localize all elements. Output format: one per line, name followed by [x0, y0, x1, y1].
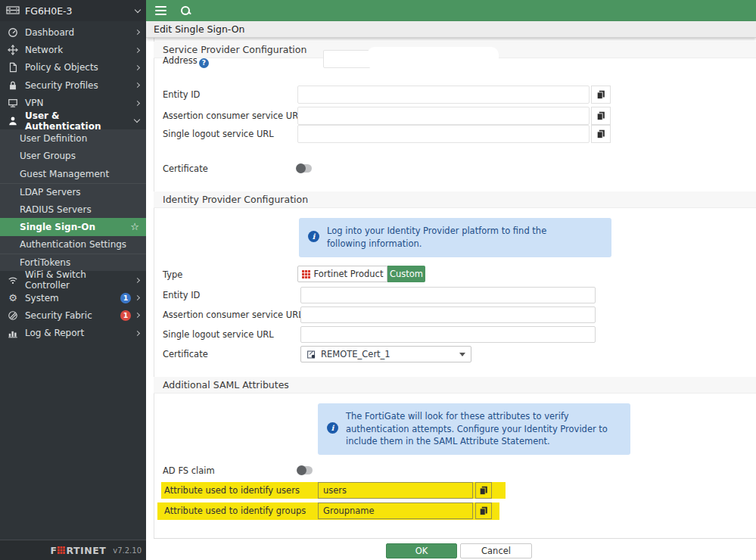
chevron-right-icon	[135, 278, 140, 283]
adfs-claim-label: AD FS claim	[163, 465, 215, 476]
sidebar-footer: F RTINET v7.2.10	[0, 540, 146, 560]
idp-info-text: Log into your Identity Provider platform…	[327, 225, 588, 250]
copy-icon	[596, 110, 606, 121]
chevron-right-icon	[135, 48, 140, 53]
copy-button[interactable]	[591, 86, 611, 104]
sidebar-item-user-groups[interactable]: User Groups	[0, 148, 146, 165]
copy-icon	[478, 506, 489, 516]
section-saml-attributes: Additional SAML Attributes	[154, 377, 756, 394]
section-identity-provider: Identity Provider Configuration	[154, 191, 756, 208]
sidebar-item-user-authentication[interactable]: User & Authentication	[0, 112, 146, 129]
sp-entity-id-label: Entity ID	[163, 89, 200, 100]
fortigate-app: FG6H0E-3 Dashboard Network Policy & Obje…	[0, 0, 756, 560]
system-badge: 1	[120, 293, 131, 303]
copy-icon	[596, 89, 606, 100]
sidebar-item-system[interactable]: ⚙ System 1	[0, 289, 146, 306]
copy-icon	[596, 129, 606, 139]
network-icon	[7, 45, 19, 55]
sp-slo-url-label: Single logout service URL	[163, 129, 274, 139]
sp-entity-id-input[interactable]	[297, 86, 590, 104]
sidebar-item-single-sign-on[interactable]: Single Sign-On ☆	[0, 218, 146, 235]
saml-info-text: The FortiGate will look for these attrib…	[346, 410, 614, 448]
sidebar-item-security-fabric[interactable]: Security Fabric 1	[0, 306, 146, 324]
idp-certificate-dropdown[interactable]: REMOTE_Cert_1	[300, 346, 471, 362]
redaction-blob	[367, 47, 499, 70]
star-icon[interactable]: ☆	[130, 221, 139, 232]
search-icon[interactable]	[180, 5, 191, 16]
idp-info-box: i Log into your Identity Provider platfo…	[299, 218, 611, 257]
security-profiles-icon	[7, 80, 19, 91]
sidebar-menu: Dashboard Network Policy & Objects Secur…	[0, 23, 146, 342]
ok-button[interactable]: OK	[386, 543, 457, 558]
hamburger-menu-icon[interactable]	[155, 6, 166, 15]
sidebar-item-radius-servers[interactable]: RADIUS Servers	[0, 201, 146, 218]
sp-slo-url-input[interactable]	[297, 125, 590, 143]
sidebar-item-log-report[interactable]: Log & Report	[0, 325, 146, 342]
page-title: Edit Single Sign-On	[146, 21, 756, 38]
content-left-rule	[154, 38, 154, 538]
system-gear-icon: ⚙	[7, 293, 19, 303]
type-option-fortinet-product[interactable]: Fortinet Product	[297, 266, 387, 282]
idp-type-segmented-control: Fortinet Product Custom	[297, 266, 425, 282]
footer-divider	[154, 538, 756, 539]
saml-info-box: i The FortiGate will look for these attr…	[318, 403, 630, 455]
log-report-icon	[7, 328, 19, 338]
device-selector[interactable]: FG6H0E-3	[0, 0, 146, 21]
idp-acs-url-input[interactable]	[300, 306, 596, 323]
sidebar-item-user-definition[interactable]: User Definition	[0, 129, 146, 147]
sidebar-item-security-profiles[interactable]: Security Profiles	[0, 76, 146, 94]
sidebar-item-network[interactable]: Network	[0, 41, 146, 58]
sidebar-item-authentication-settings[interactable]: Authentication Settings	[0, 236, 146, 254]
chevron-right-icon	[135, 313, 140, 318]
user-attribute-label: Attribute used to identify users	[164, 485, 300, 496]
type-option-custom[interactable]: Custom	[387, 266, 425, 282]
sidebar-item-ldap-servers[interactable]: LDAP Servers	[0, 183, 146, 201]
user-attribute-input[interactable]	[318, 482, 473, 499]
sp-acs-url-input[interactable]	[297, 107, 590, 125]
sidebar-item-wifi-switch-controller[interactable]: WiFi & Switch Controller	[0, 271, 146, 288]
certificate-value: REMOTE_Cert_1	[321, 349, 390, 359]
dashboard-icon	[7, 27, 19, 38]
wifi-switch-icon	[7, 275, 19, 285]
info-icon: i	[327, 422, 338, 434]
group-attribute-input[interactable]	[318, 502, 473, 519]
vpn-icon	[7, 98, 19, 108]
idp-entity-id-label: Entity ID	[163, 290, 200, 300]
cancel-button[interactable]: Cancel	[460, 543, 532, 558]
help-icon[interactable]: ?	[199, 58, 209, 68]
sidebar-item-dashboard[interactable]: Dashboard	[0, 23, 146, 41]
sidebar-item-guest-management[interactable]: Guest Management	[0, 165, 146, 182]
sidebar-item-vpn[interactable]: VPN	[0, 95, 146, 112]
idp-slo-url-label: Single logout service URL	[163, 329, 274, 340]
idp-slo-url-input[interactable]	[300, 326, 596, 343]
copy-button[interactable]	[591, 125, 611, 143]
idp-certificate-label: Certificate	[163, 349, 208, 359]
copy-button[interactable]	[475, 502, 492, 519]
device-icon	[6, 5, 20, 17]
chevron-right-icon	[135, 30, 140, 35]
idp-entity-id-input[interactable]	[300, 287, 596, 303]
idp-type-label: Type	[163, 269, 182, 280]
sidebar: FG6H0E-3 Dashboard Network Policy & Obje…	[0, 0, 146, 560]
firmware-version: v7.2.10	[113, 546, 142, 555]
sp-acs-url-label: Assertion consumer service URL	[163, 110, 303, 121]
chevron-right-icon	[135, 82, 140, 88]
copy-button[interactable]	[475, 482, 492, 499]
adfs-claim-toggle[interactable]	[297, 466, 313, 474]
fortinet-logo: F RTINET	[50, 545, 106, 556]
top-navbar	[146, 0, 756, 21]
sp-certificate-label: Certificate	[163, 163, 208, 174]
address-label: Address?	[163, 55, 209, 68]
security-fabric-badge: 1	[120, 310, 131, 321]
fortinet-grid-icon	[302, 270, 310, 278]
sidebar-item-policy-objects[interactable]: Policy & Objects	[0, 59, 146, 76]
group-attribute-label: Attribute used to identify groups	[164, 506, 306, 516]
info-icon: i	[308, 231, 319, 242]
chevron-down-icon	[134, 117, 140, 123]
copy-button[interactable]	[591, 107, 611, 125]
sidebar-item-fortitokens[interactable]: FortiTokens	[0, 254, 146, 271]
edit-sso-form: Service Provider Configuration Address? …	[146, 38, 756, 560]
policy-objects-icon	[7, 62, 19, 73]
fortinet-grid-icon	[58, 546, 65, 554]
sp-certificate-toggle[interactable]	[297, 164, 312, 173]
